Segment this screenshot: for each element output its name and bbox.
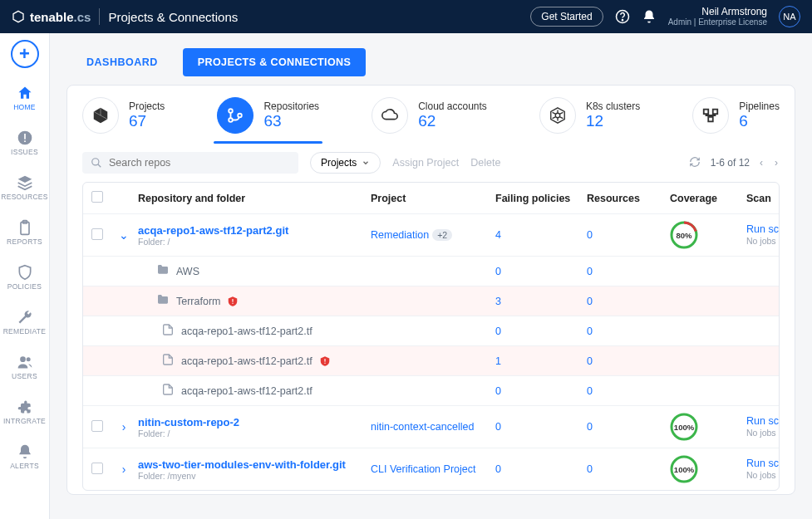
sidebar-item-alerts[interactable]: ALERTS: [4, 437, 46, 477]
repo-folder: Folder: /myenv: [138, 471, 364, 481]
table-row: › nitin-custom-repo-2Folder: / nitin-con…: [83, 405, 779, 448]
child-name[interactable]: acqa-repo1-aws-tf12-part2.tf: [181, 385, 312, 397]
svg-point-2: [622, 20, 623, 21]
sidebar-item-label: ISSUES: [11, 148, 38, 156]
delete-button[interactable]: Delete: [470, 157, 500, 169]
child-name[interactable]: Terraform: [176, 296, 220, 307]
failing-count[interactable]: 0: [495, 463, 501, 475]
project-extra-badge[interactable]: +2: [432, 229, 452, 241]
add-button[interactable]: +: [11, 40, 39, 68]
tab-dashboard[interactable]: DASHBOARD: [86, 56, 158, 68]
run-scan-link[interactable]: Run scan: [746, 458, 780, 469]
sidebar-item-policies[interactable]: POLICIES: [4, 257, 46, 297]
sidebar-item-intrgrate[interactable]: INTRGRATE: [4, 392, 46, 432]
table-subrow: Terraform 3 0: [83, 286, 779, 316]
repo-name-link[interactable]: nitin-custom-repo-2: [138, 416, 364, 428]
tab-projects-connections[interactable]: PROJECTS & CONNECTIONS: [183, 48, 367, 76]
sidebar-item-remediate[interactable]: REMEDIATE: [4, 302, 46, 342]
svg-point-24: [92, 159, 99, 165]
projects-filter-button[interactable]: Projects: [310, 152, 381, 174]
help-icon[interactable]: [615, 9, 630, 24]
assign-project-button[interactable]: Assign Project: [392, 157, 459, 169]
failing-count[interactable]: 3: [495, 296, 501, 307]
run-scan-link[interactable]: Run scan: [746, 223, 780, 235]
failing-count[interactable]: 0: [495, 385, 501, 397]
puzzle-icon: [17, 399, 33, 415]
home-icon: [17, 85, 33, 101]
coverage-gauge: 100%: [670, 413, 698, 441]
failing-count[interactable]: 4: [495, 229, 501, 241]
stat-cloud-accounts[interactable]: Cloud accounts62: [372, 97, 487, 142]
col-failing[interactable]: Failing policies: [492, 193, 583, 204]
expand-toggle[interactable]: ›: [118, 420, 130, 433]
failing-count[interactable]: 0: [495, 421, 501, 433]
bell-icon[interactable]: [642, 9, 657, 24]
next-page-button[interactable]: ›: [773, 155, 780, 170]
failing-count[interactable]: 0: [495, 326, 501, 337]
svg-rect-21: [704, 110, 709, 115]
row-checkbox[interactable]: [91, 228, 103, 240]
resources-count[interactable]: 0: [587, 266, 593, 277]
expand-toggle[interactable]: ⌄: [118, 228, 130, 242]
topbar: tenable.cs Projects & Connections Get St…: [0, 0, 812, 33]
chevron-down-icon: [362, 159, 370, 167]
sidebar-item-issues[interactable]: ISSUES: [4, 123, 46, 163]
child-name[interactable]: acqa-repo1-aws-tf12-part2.tf: [181, 355, 312, 367]
project-link[interactable]: Remediation: [371, 229, 429, 241]
main-content: DASHBOARD PROJECTS & CONNECTIONS Project…: [50, 33, 812, 519]
refresh-icon[interactable]: [687, 154, 702, 172]
child-name[interactable]: AWS: [176, 266, 199, 277]
select-all-checkbox[interactable]: [91, 191, 103, 203]
failing-count[interactable]: 0: [495, 266, 501, 277]
stat-projects[interactable]: Projects67: [82, 97, 165, 142]
file-icon: [161, 323, 175, 336]
resources-count[interactable]: 0: [587, 296, 593, 307]
stat-pipelines[interactable]: Pipelines6: [692, 97, 780, 142]
resources-count[interactable]: 0: [587, 463, 593, 475]
svg-point-9: [26, 357, 30, 361]
brand-logo[interactable]: tenable.cs: [12, 10, 91, 24]
row-checkbox[interactable]: [91, 463, 103, 474]
search-input[interactable]: [109, 157, 290, 169]
svg-rect-4: [24, 134, 26, 140]
stat-icon: [692, 97, 729, 134]
col-scan[interactable]: Scan: [743, 193, 780, 204]
project-link[interactable]: CLI Verification Project: [371, 463, 475, 475]
stat-value: 6: [739, 112, 780, 130]
resources-count[interactable]: 0: [587, 385, 593, 397]
resources-count[interactable]: 0: [587, 326, 593, 337]
grid: Repository and folder Project Failing po…: [82, 182, 780, 491]
sidebar-item-users[interactable]: USERS: [4, 347, 46, 387]
brand-suffix: .cs: [74, 10, 91, 24]
sidebar-item-reports[interactable]: REPORTS: [4, 213, 46, 252]
repo-name-link[interactable]: aws-two-tier-modules-env-with-folder.git: [138, 458, 364, 471]
stat-k8s-clusters[interactable]: K8s clusters12: [539, 97, 640, 142]
sidebar-item-home[interactable]: HOME: [4, 78, 46, 118]
stat-value: 62: [418, 112, 487, 130]
table-row: ⌄ acqa-repo1-aws-tf12-part2.gitFolder: /…: [83, 213, 779, 256]
resources-count[interactable]: 0: [587, 229, 593, 241]
repo-name-link[interactable]: acqa-repo1-aws-tf12-part2.git: [138, 224, 364, 237]
expand-toggle[interactable]: ›: [118, 463, 130, 476]
run-scan-link[interactable]: Run scan: [746, 415, 780, 427]
project-link[interactable]: nitin-context-cancelled: [371, 421, 474, 433]
resources-count[interactable]: 0: [587, 421, 593, 433]
col-resources[interactable]: Resources: [583, 193, 667, 204]
sidebar-item-resources[interactable]: RESOURCES: [4, 168, 46, 208]
avatar[interactable]: NA: [779, 6, 800, 27]
failing-count[interactable]: 1: [495, 355, 501, 367]
scan-status: No jobs running: [746, 428, 780, 438]
stats-row: Projects67Repositories63Cloud accounts62…: [82, 97, 780, 142]
col-project[interactable]: Project: [367, 193, 492, 204]
prev-page-button[interactable]: ‹: [758, 155, 765, 170]
stat-repositories[interactable]: Repositories63: [217, 97, 319, 142]
stat-icon: [372, 97, 408, 134]
user-block[interactable]: Neil Armstrong Admin | Enterprise Licens…: [668, 7, 767, 27]
col-coverage[interactable]: Coverage: [667, 193, 743, 204]
resources-count[interactable]: 0: [587, 355, 593, 367]
search-input-wrap[interactable]: [82, 152, 298, 174]
get-started-button[interactable]: Get Started: [530, 7, 603, 27]
row-checkbox[interactable]: [91, 420, 103, 432]
col-repository[interactable]: Repository and folder: [135, 193, 367, 204]
child-name[interactable]: acqa-repo1-aws-tf12-part2.tf: [181, 326, 312, 337]
